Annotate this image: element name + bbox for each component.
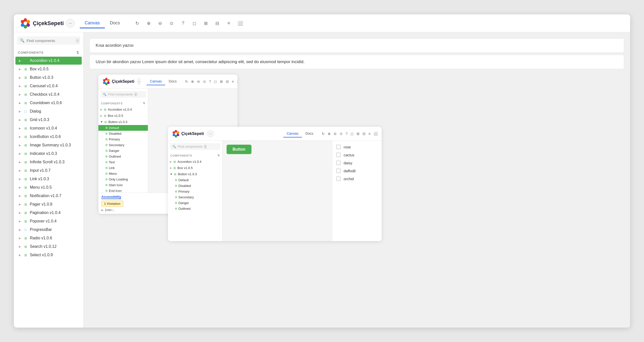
nested-refresh-icon[interactable]: ↻ [185, 80, 188, 84]
nw2-subitem-primary[interactable]: ⊞ Primary [168, 189, 222, 194]
sidebar-item-notification[interactable]: ▶ ⊞ Notification v1.0.7 [16, 192, 82, 200]
sidebar-item-checkbox[interactable]: ▶ ⊞ Checkbox v1.0.4 [16, 90, 82, 98]
nw2-item-box[interactable]: ▶ ⊞ Box v1.0.5 [168, 165, 222, 171]
sidebar-item-search[interactable]: ▶ ⊞ Search v1.0.12 [16, 242, 82, 250]
nested-subitem-disabled[interactable]: ⊞ Disabled [98, 131, 148, 136]
nw2-subitem-outlined[interactable]: ⊞ Outlined [168, 206, 222, 212]
nested-subitem-default-1[interactable]: ⊞ Default [98, 125, 148, 131]
nested-tab-docs-2[interactable]: Docs [302, 130, 317, 138]
nested-more-btn-1[interactable]: ··· [138, 78, 141, 85]
sidebar-item-button[interactable]: ▶ ⊞ Button v1.0.3 [16, 74, 82, 82]
nested-search-1[interactable]: 🔍 Find components / [100, 91, 146, 98]
checkbox-daffodil[interactable] [336, 168, 341, 173]
sidebar-item-menu[interactable]: ▶ ⊞ Menu v1.0.5 [16, 184, 82, 192]
sidebar-item-infinitescroll[interactable]: ▶ ⊞ Infinite Scroll v1.0.3 [16, 158, 82, 166]
zoom-in-icon[interactable]: ⊕ [145, 20, 152, 27]
nested-refresh-icon-2[interactable]: ↻ [322, 132, 325, 136]
nested-zoom-fit-icon[interactable]: ⊙ [203, 80, 206, 84]
nested-help-icon[interactable]: ? [209, 80, 211, 84]
sidebar-item-pagination[interactable]: ▶ ⊞ Pagination v1.0.4 [16, 209, 82, 217]
accessibility-tab[interactable]: Accessibility [101, 195, 121, 199]
sidebar-item-grid[interactable]: ▶ ⊞ Grid v1.0.3 [16, 116, 82, 124]
sidebar-item-iconbutton[interactable]: ▶ ⊞ IconButton v1.0.6 [16, 133, 82, 141]
zoom-out-icon[interactable]: ⊖ [157, 20, 164, 27]
nested-list-icon[interactable]: ≡ [232, 80, 234, 84]
sidebar-item-input[interactable]: ▶ ⊞ Input v1.0.7 [16, 166, 82, 174]
frame-icon[interactable]: ◻ [191, 20, 198, 27]
nested-grid-icon-2[interactable]: ⊞ [356, 132, 360, 136]
nested-subitem-text[interactable]: ⊞ Text [98, 159, 148, 165]
zoom-fit-icon[interactable]: ⊙ [168, 20, 175, 27]
sidebar-item-box[interactable]: ▶ ⊞ Box v1.0.5 [16, 65, 82, 73]
nested-zoom-out-icon-2[interactable]: ⊖ [334, 132, 337, 136]
nested-item-accordion-1[interactable]: ▶ ⊞ Accordion v1.0.4 [98, 106, 148, 112]
nw2-item-button[interactable]: ▼ ⊞ Button v1.0.3 [168, 171, 222, 177]
refresh-icon[interactable]: ↻ [134, 20, 141, 27]
nested-subitem-menu[interactable]: ⊞ Menu [98, 171, 148, 176]
nw2-search[interactable]: 🔍 Find components / [170, 143, 220, 150]
sidebar-item-accordion[interactable]: ▶ ⊞ Accordion v1.0.4 [16, 57, 82, 64]
nested-split-icon-2[interactable]: ⊟ [362, 132, 366, 136]
nested-subitem-danger[interactable]: ⊞ Danger [98, 148, 148, 154]
sidebar-item-link[interactable]: ▶ ⊞ Link v1.0.3 [16, 175, 82, 183]
nested-more-btn-2[interactable]: ··· [207, 130, 214, 137]
sidebar-item-progressbar[interactable]: ▶ □ ProgressBar [16, 226, 82, 234]
nested-subitem-starticon[interactable]: ⊞ Start Icon [98, 182, 148, 188]
checkbox-daisy[interactable] [336, 160, 341, 165]
nested-tab-canvas-2[interactable]: Canvas [283, 130, 302, 138]
sidebar-item-radio[interactable]: ▶ ⊞ Radio v1.0.6 [16, 234, 82, 242]
nested-subitem-primary[interactable]: ⊞ Primary [98, 136, 148, 142]
grid-icon[interactable]: ⊞ [202, 20, 210, 27]
sidebar-item-icomoon[interactable]: ▶ ⊞ Icomoon v1.0.4 [16, 124, 82, 132]
sidebar-item-dialog[interactable]: ▶ □ Dialog [16, 107, 82, 115]
nested-item-box-1[interactable]: ▶ ⊞ Box v1.0.5 [98, 112, 148, 119]
nested-subitem-link[interactable]: ⊞ Link [98, 165, 148, 171]
nested-zoom-in-icon[interactable]: ⊕ [191, 80, 194, 84]
more-menu-button[interactable]: ··· [66, 19, 75, 28]
sidebar-item-select[interactable]: ▶ ⊞ Select v1.0.9 [16, 251, 82, 259]
tab-docs[interactable]: Docs [105, 18, 125, 28]
expand-icon[interactable]: ⬜ [237, 20, 244, 27]
tab-canvas[interactable]: Canvas [80, 18, 105, 28]
nested-zoom-out-icon[interactable]: ⊖ [197, 80, 200, 84]
search-bar[interactable]: 🔍 / [17, 36, 80, 45]
search-input[interactable] [26, 38, 74, 43]
nested-grid-icon[interactable]: ⊞ [220, 80, 223, 84]
nested-list-icon-2[interactable]: ≡ [368, 132, 370, 136]
nested-subitem-secondary[interactable]: ⊞ Secondary [98, 142, 148, 148]
nested-tab-canvas-1[interactable]: Canvas [146, 78, 165, 85]
nested-split-icon[interactable]: ⊟ [226, 80, 229, 84]
help-icon[interactable]: ? [180, 20, 186, 27]
nw2-subitem-default[interactable]: ⊞ Default [168, 177, 222, 183]
collapse-icon[interactable]: ⇅ [76, 51, 79, 54]
nested-item-button-1[interactable]: ▼ ⊞ Button v1.0.3 [98, 119, 148, 125]
nested-expand-icon[interactable]: ⬜ [237, 80, 238, 84]
nested-zoom-in-icon-2[interactable]: ⊕ [328, 132, 331, 136]
nested-subitem-onlyloading[interactable]: ⊞ Only Loading [98, 176, 148, 182]
nested-collapse-icon-1[interactable]: ⇅ [143, 102, 145, 105]
nested-subitem-outlined[interactable]: ⊞ Outlined [98, 154, 148, 159]
sidebar-item-popover[interactable]: ▶ ⊞ Popover v1.0.4 [16, 217, 82, 225]
sidebar-item-pager[interactable]: ▶ ⊞ Pager v1.0.8 [16, 200, 82, 208]
nw2-subitem-secondary[interactable]: ⊞ Secondary [168, 194, 222, 200]
checkbox-cactus[interactable] [336, 152, 341, 157]
checkbox-rose[interactable] [336, 145, 341, 149]
nw2-subitem-disabled[interactable]: ⊞ Disabled [168, 183, 222, 189]
list-icon[interactable]: ≡ [225, 20, 232, 27]
nested-expand-icon-2[interactable]: ⬜ [374, 132, 378, 136]
sidebar-item-carousel[interactable]: ▶ ⊞ Carousel v1.0.4 [16, 82, 82, 90]
nested-frame-icon-2[interactable]: ◻ [350, 132, 354, 136]
nested-frame-icon[interactable]: ◻ [214, 80, 217, 84]
nested-zoom-fit-icon-2[interactable]: ⊙ [340, 132, 342, 136]
nested-help-icon-2[interactable]: ? [346, 132, 348, 136]
sidebar-item-countdown[interactable]: ▶ ⊞ Countdown v1.0.6 [16, 99, 82, 107]
button-component-preview[interactable]: Button [226, 145, 252, 154]
checkbox-orchid[interactable] [336, 176, 341, 181]
nw2-collapse-icon[interactable]: ⇅ [218, 154, 220, 157]
nested-tab-docs-1[interactable]: Docs [165, 78, 180, 85]
nw2-item-accordion[interactable]: ▶ ⊞ Accordion v1.0.4 [168, 158, 222, 165]
sidebar-item-imagesummary[interactable]: ▶ ⊞ Image Summary v1.0.3 [16, 141, 82, 149]
split-icon[interactable]: ⊟ [214, 20, 221, 27]
nw2-subitem-danger[interactable]: ⊞ Danger [168, 200, 222, 206]
sidebar-item-indicator[interactable]: ▶ ⊞ Indicator v1.0.3 [16, 150, 82, 158]
